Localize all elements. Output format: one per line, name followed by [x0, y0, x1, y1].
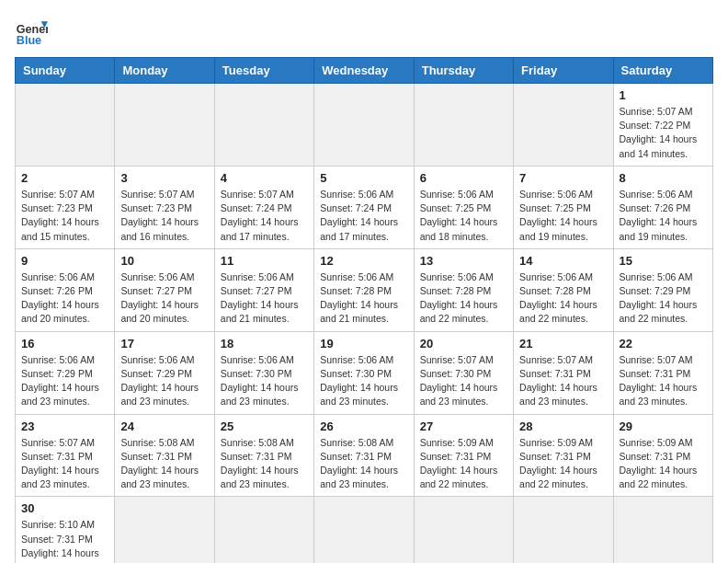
day-info: Sunrise: 5:06 AMSunset: 7:29 PMDaylight:…: [620, 270, 707, 327]
day-info: Sunrise: 5:06 AMSunset: 7:30 PMDaylight:…: [221, 353, 308, 409]
day-info: Sunrise: 5:06 AMSunset: 7:26 PMDaylight:…: [620, 188, 707, 244]
calendar-cell: 19Sunrise: 5:06 AMSunset: 7:30 PMDayligh…: [314, 331, 414, 414]
calendar-cell: 16Sunrise: 5:06 AMSunset: 7:29 PMDayligh…: [16, 331, 115, 414]
day-info: Sunrise: 5:06 AMSunset: 7:27 PMDaylight:…: [120, 270, 208, 327]
day-info: Sunrise: 5:06 AMSunset: 7:28 PMDaylight:…: [320, 270, 407, 327]
day-info: Sunrise: 5:06 AMSunset: 7:24 PMDaylight:…: [320, 188, 407, 244]
calendar-cell: [314, 84, 414, 167]
day-number: 7: [519, 171, 607, 185]
calendar-cell: 4Sunrise: 5:07 AMSunset: 7:24 PMDaylight…: [214, 166, 313, 248]
calendar-header: SundayMondayTuesdayWednesdayThursdayFrid…: [16, 58, 713, 84]
calendar-cell: 20Sunrise: 5:07 AMSunset: 7:30 PMDayligh…: [414, 331, 513, 414]
calendar-cell: [414, 84, 513, 167]
calendar-week-5: 30Sunrise: 5:10 AMSunset: 7:31 PMDayligh…: [16, 497, 713, 563]
day-number: 26: [320, 419, 407, 433]
day-number: 21: [519, 337, 607, 350]
calendar-week-4: 23Sunrise: 5:07 AMSunset: 7:31 PMDayligh…: [16, 414, 713, 497]
day-number: 19: [320, 337, 407, 350]
day-number: 9: [21, 254, 108, 268]
day-number: 24: [120, 419, 208, 433]
logo-icon: General Blue: [15, 15, 48, 48]
day-number: 18: [221, 337, 308, 350]
day-info: Sunrise: 5:10 AMSunset: 7:31 PMDaylight:…: [21, 518, 108, 563]
day-info: Sunrise: 5:07 AMSunset: 7:23 PMDaylight:…: [21, 188, 108, 244]
day-number: 28: [519, 419, 607, 433]
calendar-cell: 6Sunrise: 5:06 AMSunset: 7:25 PMDaylight…: [414, 166, 513, 248]
svg-text:Blue: Blue: [17, 34, 41, 47]
day-info: Sunrise: 5:06 AMSunset: 7:27 PMDaylight:…: [221, 270, 308, 327]
day-info: Sunrise: 5:07 AMSunset: 7:23 PMDaylight:…: [120, 188, 208, 244]
calendar-cell: [214, 497, 313, 563]
calendar-cell: 18Sunrise: 5:06 AMSunset: 7:30 PMDayligh…: [214, 331, 313, 414]
calendar-cell: [16, 84, 115, 167]
calendar-cell: [115, 84, 214, 167]
calendar-cell: 5Sunrise: 5:06 AMSunset: 7:24 PMDaylight…: [314, 166, 414, 248]
calendar-cell: 3Sunrise: 5:07 AMSunset: 7:23 PMDaylight…: [115, 166, 214, 248]
calendar-cell: 13Sunrise: 5:06 AMSunset: 7:28 PMDayligh…: [414, 248, 513, 331]
calendar-body: 1Sunrise: 5:07 AMSunset: 7:22 PMDaylight…: [16, 84, 713, 564]
calendar-cell: 23Sunrise: 5:07 AMSunset: 7:31 PMDayligh…: [16, 414, 115, 497]
calendar-week-2: 9Sunrise: 5:06 AMSunset: 7:26 PMDaylight…: [16, 248, 713, 331]
calendar-week-0: 1Sunrise: 5:07 AMSunset: 7:22 PMDaylight…: [16, 84, 713, 167]
calendar-cell: 22Sunrise: 5:07 AMSunset: 7:31 PMDayligh…: [613, 331, 712, 414]
calendar-cell: 29Sunrise: 5:09 AMSunset: 7:31 PMDayligh…: [613, 414, 712, 497]
day-number: 14: [519, 254, 607, 268]
day-number: 3: [120, 171, 208, 185]
day-number: 15: [620, 254, 707, 268]
calendar-cell: [414, 497, 513, 563]
day-number: 4: [221, 171, 308, 185]
day-number: 25: [221, 419, 308, 433]
weekday-header-tuesday: Tuesday: [214, 58, 313, 84]
weekday-header-wednesday: Wednesday: [314, 58, 414, 84]
day-info: Sunrise: 5:09 AMSunset: 7:31 PMDaylight:…: [519, 436, 607, 492]
calendar-cell: 26Sunrise: 5:08 AMSunset: 7:31 PMDayligh…: [314, 414, 414, 497]
day-number: 11: [221, 254, 308, 268]
day-info: Sunrise: 5:07 AMSunset: 7:22 PMDaylight:…: [620, 105, 707, 161]
day-number: 30: [21, 501, 108, 515]
day-number: 17: [120, 337, 208, 350]
calendar-cell: 25Sunrise: 5:08 AMSunset: 7:31 PMDayligh…: [214, 414, 313, 497]
logo: General Blue: [15, 15, 48, 48]
calendar-cell: 9Sunrise: 5:06 AMSunset: 7:26 PMDaylight…: [16, 248, 115, 331]
calendar-cell: [115, 497, 214, 563]
day-number: 2: [21, 171, 108, 185]
day-info: Sunrise: 5:06 AMSunset: 7:29 PMDaylight:…: [21, 353, 108, 409]
calendar-cell: 27Sunrise: 5:09 AMSunset: 7:31 PMDayligh…: [414, 414, 513, 497]
calendar-cell: 12Sunrise: 5:06 AMSunset: 7:28 PMDayligh…: [314, 248, 414, 331]
day-info: Sunrise: 5:07 AMSunset: 7:31 PMDaylight:…: [21, 436, 108, 492]
calendar-cell: [514, 84, 613, 167]
day-info: Sunrise: 5:06 AMSunset: 7:26 PMDaylight:…: [21, 270, 108, 327]
day-number: 13: [420, 254, 507, 268]
day-number: 29: [620, 419, 707, 433]
day-info: Sunrise: 5:08 AMSunset: 7:31 PMDaylight:…: [320, 436, 407, 492]
calendar-cell: [514, 497, 613, 563]
day-number: 16: [21, 337, 108, 350]
day-info: Sunrise: 5:08 AMSunset: 7:31 PMDaylight:…: [120, 436, 208, 492]
day-info: Sunrise: 5:06 AMSunset: 7:28 PMDaylight:…: [420, 270, 507, 327]
calendar-cell: [314, 497, 414, 563]
day-number: 27: [420, 419, 507, 433]
day-info: Sunrise: 5:08 AMSunset: 7:31 PMDaylight:…: [221, 436, 308, 492]
calendar-cell: 14Sunrise: 5:06 AMSunset: 7:28 PMDayligh…: [514, 248, 613, 331]
day-info: Sunrise: 5:06 AMSunset: 7:28 PMDaylight:…: [519, 270, 607, 327]
day-info: Sunrise: 5:07 AMSunset: 7:24 PMDaylight:…: [221, 188, 308, 244]
calendar-cell: [613, 497, 712, 563]
calendar-cell: 30Sunrise: 5:10 AMSunset: 7:31 PMDayligh…: [16, 497, 115, 563]
day-number: 5: [320, 171, 407, 185]
weekday-header-saturday: Saturday: [613, 58, 712, 84]
calendar-cell: 24Sunrise: 5:08 AMSunset: 7:31 PMDayligh…: [115, 414, 214, 497]
weekday-header-sunday: Sunday: [16, 58, 115, 84]
day-info: Sunrise: 5:07 AMSunset: 7:31 PMDaylight:…: [620, 353, 707, 409]
day-number: 12: [320, 254, 407, 268]
day-number: 22: [620, 337, 707, 350]
day-number: 1: [620, 88, 707, 102]
day-info: Sunrise: 5:06 AMSunset: 7:30 PMDaylight:…: [320, 353, 407, 409]
day-info: Sunrise: 5:06 AMSunset: 7:25 PMDaylight:…: [519, 188, 607, 244]
calendar-cell: 2Sunrise: 5:07 AMSunset: 7:23 PMDaylight…: [16, 166, 115, 248]
day-info: Sunrise: 5:06 AMSunset: 7:29 PMDaylight:…: [120, 353, 208, 409]
day-number: 23: [21, 419, 108, 433]
calendar-cell: 8Sunrise: 5:06 AMSunset: 7:26 PMDaylight…: [613, 166, 712, 248]
calendar-cell: 10Sunrise: 5:06 AMSunset: 7:27 PMDayligh…: [115, 248, 214, 331]
calendar-cell: 11Sunrise: 5:06 AMSunset: 7:27 PMDayligh…: [214, 248, 313, 331]
weekday-header-thursday: Thursday: [414, 58, 513, 84]
